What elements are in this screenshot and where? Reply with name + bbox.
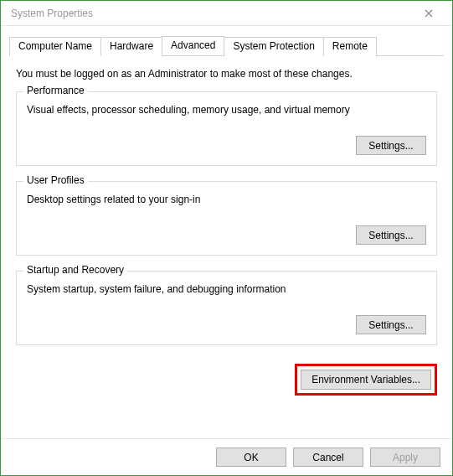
window-title: System Properties [11,8,93,19]
cancel-button[interactable]: Cancel [293,448,363,467]
titlebar: System Properties [1,1,452,26]
ok-button[interactable]: OK [216,448,286,467]
startup-recovery-settings-button[interactable]: Settings... [356,315,426,334]
group-startup-recovery-title: Startup and Recovery [23,264,127,276]
group-performance-desc: Visual effects, processor scheduling, me… [27,104,426,116]
performance-settings-button[interactable]: Settings... [356,136,426,155]
tab-panel-advanced: You must be logged on as an Administrato… [1,56,452,367]
environment-variables-button[interactable]: Environment Variables... [301,370,431,390]
admin-note: You must be logged on as an Administrato… [16,68,437,80]
group-user-profiles-title: User Profiles [23,174,88,186]
env-highlight: Environment Variables... [295,364,437,396]
group-user-profiles: User Profiles Desktop settings related t… [16,181,437,256]
group-startup-recovery: Startup and Recovery System startup, sys… [16,271,437,345]
dialog-footer: OK Cancel Apply [1,438,452,475]
tab-computer-name[interactable]: Computer Name [9,37,101,56]
group-user-profiles-desc: Desktop settings related to your sign-in [27,194,426,205]
tab-advanced[interactable]: Advanced [162,36,224,55]
apply-button[interactable]: Apply [370,448,440,467]
user-profiles-settings-button[interactable]: Settings... [356,225,426,245]
env-row: Environment Variables... [1,364,452,396]
close-icon[interactable] [412,2,445,25]
tabstrip: Computer Name Hardware Advanced System P… [9,36,444,56]
tab-hardware[interactable]: Hardware [100,37,162,56]
tab-remote[interactable]: Remote [323,37,377,56]
tab-system-protection[interactable]: System Protection [224,37,323,56]
group-performance-title: Performance [23,85,88,96]
group-performance: Performance Visual effects, processor sc… [16,91,437,166]
group-startup-recovery-desc: System startup, system failure, and debu… [27,283,426,295]
